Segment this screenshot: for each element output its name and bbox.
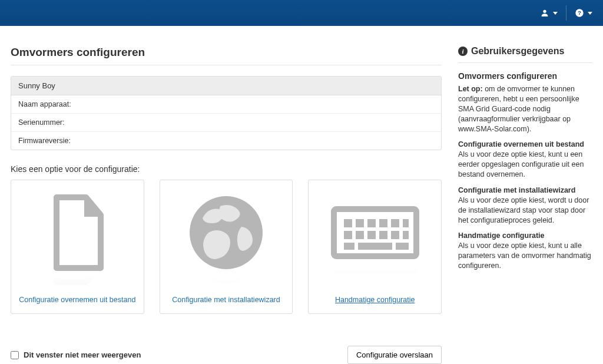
device-name-row: Naam apparaat: [11, 95, 441, 114]
svg-rect-8 [367, 219, 376, 227]
svg-rect-7 [356, 219, 364, 227]
sidebar: i Gebruikersgegevens Omvormers configure… [458, 46, 592, 364]
page-title: Omvormers configureren [11, 46, 442, 59]
user-icon [540, 8, 549, 18]
config-prompt: Kies een optie voor de configuratie: [11, 164, 442, 174]
sidebar-section-title: Omvormers configureren [458, 71, 592, 81]
info-icon: i [458, 47, 468, 56]
svg-rect-12 [344, 231, 352, 239]
help-icon: ? [575, 8, 584, 18]
device-info-panel: Sunny Boy Naam apparaat: Serienummer: Fi… [11, 76, 442, 150]
sidebar-divider [458, 62, 592, 63]
sidebar-intro-bold: Let op: [458, 85, 483, 93]
device-firmware-row: Firmwareversie: [11, 132, 441, 150]
option-wizard[interactable]: Configuratie met installatiewizard [160, 180, 293, 314]
svg-rect-17 [403, 231, 409, 239]
svg-rect-18 [344, 243, 354, 250]
svg-rect-19 [358, 243, 392, 250]
title-divider [11, 65, 442, 65]
config-options: Configuratie overnemen uit bestand [11, 180, 442, 314]
keyboard-icon [331, 200, 419, 265]
chevron-down-icon [588, 12, 592, 15]
svg-point-4 [190, 270, 263, 283]
skip-config-button[interactable]: Configuratie overslaan [347, 346, 442, 364]
sidebar-opt2-title: Configuratie met installatiewizard [458, 186, 575, 194]
svg-rect-13 [356, 231, 364, 239]
svg-point-0 [543, 10, 546, 13]
dont-show-again-checkbox[interactable] [11, 351, 19, 359]
file-icon [48, 194, 107, 271]
option-manual-label: Handmatige configuratie [335, 296, 415, 304]
device-serial-row: Serienummer: [11, 114, 441, 132]
option-from-file[interactable]: Configuratie overnemen uit bestand [11, 180, 144, 314]
svg-rect-15 [379, 231, 387, 239]
svg-rect-16 [391, 231, 399, 239]
help-menu[interactable]: ? [575, 8, 592, 18]
svg-rect-6 [344, 219, 352, 227]
sidebar-opt1-title: Configuratie overnemen uit bestand [458, 140, 584, 148]
sidebar-opt1: Configuratie overnemen uit bestand Als u… [458, 140, 592, 180]
svg-text:?: ? [578, 10, 581, 16]
option-from-file-label: Configuratie overnemen uit bestand [19, 296, 135, 304]
svg-rect-14 [367, 231, 376, 239]
sidebar-opt3-title: Handmatige configuratie [458, 231, 545, 240]
option-manual[interactable]: Handmatige configuratie [308, 180, 442, 314]
sidebar-opt3: Handmatige configuratie Als u voor deze … [458, 231, 592, 271]
chevron-down-icon [553, 12, 558, 15]
sidebar-heading-text: Gebruikersgegevens [471, 46, 564, 57]
topbar-divider [566, 5, 566, 21]
option-wizard-label: Configuratie met installatiewizard [172, 296, 280, 304]
top-bar: ? [0, 0, 603, 26]
sidebar-intro: Let op: om de omvormer te kunnen configu… [458, 84, 592, 134]
sidebar-heading: i Gebruikersgegevens [458, 46, 592, 57]
svg-rect-10 [391, 219, 399, 227]
device-name-header: Sunny Boy [11, 77, 441, 95]
bottom-bar: Dit venster niet meer weergeven Configur… [11, 346, 442, 364]
sidebar-opt2-text: Als u voor deze optie kiest, wordt u doo… [458, 196, 589, 224]
sidebar-opt2: Configuratie met installatiewizard Als u… [458, 186, 592, 226]
sidebar-opt1-text: Als u voor deze optie kiest, kunt u een … [458, 150, 584, 178]
svg-rect-11 [403, 219, 409, 227]
svg-rect-21 [334, 262, 416, 270]
user-menu[interactable] [540, 8, 558, 18]
dont-show-again-row[interactable]: Dit venster niet meer weergeven [11, 350, 141, 359]
dont-show-again-label: Dit venster niet meer weergeven [24, 350, 141, 359]
svg-rect-9 [379, 219, 387, 227]
globe-icon [185, 191, 267, 274]
sidebar-opt3-text: Als u voor deze optie kiest, kunt u alle… [458, 241, 591, 270]
svg-rect-20 [396, 243, 409, 250]
